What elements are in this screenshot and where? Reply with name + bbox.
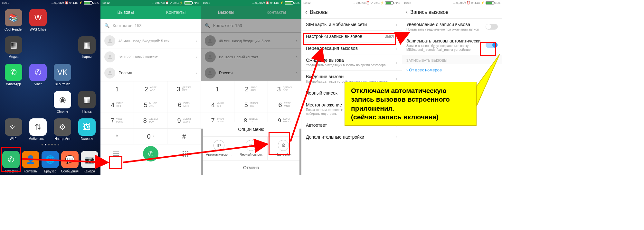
options-sheet: Опции меню IPАвтоматически…⊘Черный списо… (203, 122, 299, 175)
settings-item[interactable]: Записывать вызовы автоматическиЗаписи вы… (402, 35, 502, 55)
settings-item[interactable]: SIM карты и мобильные сети› (301, 19, 402, 31)
app-icon (75, 9, 99, 31)
search-icon: 🔍 (104, 23, 109, 28)
callout: Отключаем автоматическую запись вызовов … (345, 82, 477, 126)
app-icon[interactable]: ▦Папка (75, 91, 99, 113)
app-icon (51, 9, 74, 31)
status-bar: 10:12 ...0,00K/с⏰ ⟳.ıll4G⚡71% (100, 0, 201, 6)
app-icon[interactable]: 🖼Галерея (75, 118, 99, 141)
avatar-icon (104, 51, 115, 62)
back-icon[interactable]: ‹ (406, 9, 408, 15)
dial-key-1[interactable]: 1 (100, 81, 134, 97)
sheet-item-2[interactable]: ⚙Настройки (268, 137, 299, 160)
dial-key-3[interactable]: 3ДЕЁЖЗDEF (268, 81, 301, 97)
dial-key-4[interactable]: 4ИЙКЛGHI (201, 97, 234, 113)
search-input[interactable]: 🔍 Контактов: 153 (100, 19, 201, 33)
status-bar: 10:12 ...0,00K/с ⏰ ⟳.ıll4G ⚡71% (0, 0, 100, 6)
keypad-toggle[interactable] (182, 150, 189, 158)
status-bar: 10:12 ...0,00K/с⏰ ⟳.ıll4G⚡71% (301, 0, 402, 6)
status-bar: 10:12 ...0,00K/с⏰ ⟳.ıll4G⚡71% (402, 0, 502, 6)
app-icon (26, 91, 50, 113)
dial-key-6[interactable]: 6РСТУMNO (167, 97, 201, 113)
dial-key-5[interactable]: 5МНОПJKL (234, 97, 268, 113)
app-icon[interactable]: ✆Viber (26, 64, 50, 86)
avatar-icon (104, 35, 115, 46)
dial-key-1[interactable]: 1 (201, 81, 234, 97)
chevron-right-icon: › (195, 38, 197, 43)
page-title: Вызовы (310, 9, 328, 15)
svg-point-1 (109, 55, 111, 57)
app-icon (2, 91, 25, 113)
settings-item[interactable]: Переадресация вызовов› (301, 42, 402, 54)
app-icon[interactable]: ▦Медиа (2, 36, 25, 59)
settings-item[interactable]: Ожидание вызоваУведомлять о входящих выз… (301, 54, 402, 71)
chevron-right-icon: › (396, 34, 397, 39)
app-icon[interactable]: ⇅Мобильны… (26, 118, 50, 141)
tab-calls[interactable]: Вызовы (100, 6, 151, 19)
call-item[interactable]: Вс 16:29 Новый контакт› (100, 49, 201, 65)
settings-item[interactable]: Настройки записи вызововВыкл› (301, 31, 402, 42)
chevron-right-icon: › (396, 134, 397, 140)
chevron-right-icon: › (195, 54, 197, 60)
dial-key-2[interactable]: 2АБВГABC (134, 81, 167, 97)
dock-icon-Телефон[interactable]: ✆Телефон (2, 151, 20, 173)
sheet-item-icon: IP (213, 140, 224, 151)
dial-key-3[interactable]: 3ДЕЁЖЗDEF (167, 81, 201, 97)
dial-key-#[interactable]: # (167, 129, 201, 144)
home-screen: 10:12 ...0,00K/с ⏰ ⟳.ıll4G ⚡71% 📚Cool Re… (0, 0, 100, 175)
dial-key-*[interactable]: * (100, 129, 134, 144)
app-icon[interactable]: ◉Chrome (51, 91, 74, 113)
svg-point-2 (109, 71, 111, 73)
dock-icon-Сообщения[interactable]: 💬Сообщения (61, 151, 79, 173)
avatar-icon (104, 68, 115, 78)
app-icon[interactable]: ▦Карты (75, 36, 99, 59)
dial-key-4[interactable]: 4ИЙКЛGHI (100, 97, 134, 113)
app-icon[interactable]: ✆WhatsApp (2, 64, 25, 86)
sheet-item-icon: ⚙ (278, 140, 289, 151)
settings-item[interactable]: Дополнительные настройки› (301, 131, 402, 143)
dial-key-2[interactable]: 2АБВГABC (234, 81, 268, 97)
section-header: ЗАПИСЫВАТЬ ВЫЗОВЫ (402, 55, 502, 64)
chevron-right-icon: › (396, 76, 397, 81)
call-item[interactable]: 48 мин. назад Входящий: 5 сек.› (100, 33, 201, 49)
app-icon (75, 64, 99, 86)
dial-key-9[interactable]: 9ЬЭЮЯWXYZ (167, 113, 201, 129)
sheet-title: Опции меню (203, 122, 299, 137)
dial-key-8[interactable]: 8ШЩЪЫTUV (134, 113, 167, 129)
sheet-item-0[interactable]: IPАвтоматически… (203, 137, 235, 160)
tab-contacts[interactable]: Контакты (151, 6, 201, 19)
app-icon[interactable]: 📚Cool Reader (2, 9, 25, 31)
page-title: Запись вызовов (410, 9, 449, 15)
toggle-switch[interactable] (486, 42, 498, 48)
call-button[interactable]: ✆ (143, 146, 158, 161)
call-item[interactable]: Россия› (100, 65, 201, 81)
chevron-right-icon: › (396, 46, 397, 51)
dock-icon-Контакты[interactable]: 👤Контакты (22, 151, 39, 173)
toggle-switch[interactable] (486, 24, 498, 30)
sheet-item-1[interactable]: ⊘Черный список (235, 137, 267, 160)
dial-key-7[interactable]: 7ФХЦЧPQRS (100, 113, 134, 129)
dial-key-6[interactable]: 6РСТУMNO (268, 97, 301, 113)
app-icon[interactable]: VKВКонтакте (51, 64, 74, 86)
dock-icon-Камера[interactable]: 📷Камера (81, 151, 98, 173)
phone-app-menu: 10:12 ...0,00K/с⏰ ⟳.ıll4G⚡71% ВызовыКонт… (201, 0, 301, 175)
sheet-item-icon: ⊘ (246, 140, 257, 151)
back-icon[interactable]: ‹ (305, 9, 307, 15)
svg-point-0 (109, 39, 111, 41)
chevron-right-icon: › (396, 60, 397, 65)
app-icon[interactable]: WWPS Office (26, 9, 50, 31)
sheet-cancel[interactable]: Отмена (203, 160, 299, 175)
app-icon[interactable]: ᯤWi-Fi (2, 118, 25, 141)
dock-icon-Браузер[interactable]: 🌐Браузер (42, 151, 59, 173)
phone-tabs: Вызовы Контакты (100, 6, 201, 19)
chevron-right-icon: › (396, 22, 397, 27)
page-dots (0, 144, 100, 145)
settings-item[interactable]: Уведомление о записи вызоваПоказывать ув… (402, 19, 502, 35)
dial-key-0[interactable]: 0+ (134, 129, 167, 144)
dial-key-5[interactable]: 5МНОПJKL (134, 97, 167, 113)
app-icon (51, 36, 74, 59)
app-icon[interactable]: ⚙Настройки (51, 118, 74, 141)
menu-button[interactable] (112, 150, 120, 158)
app-icon (26, 36, 50, 59)
settings-link[interactable]: › От всех номеров (402, 64, 502, 76)
